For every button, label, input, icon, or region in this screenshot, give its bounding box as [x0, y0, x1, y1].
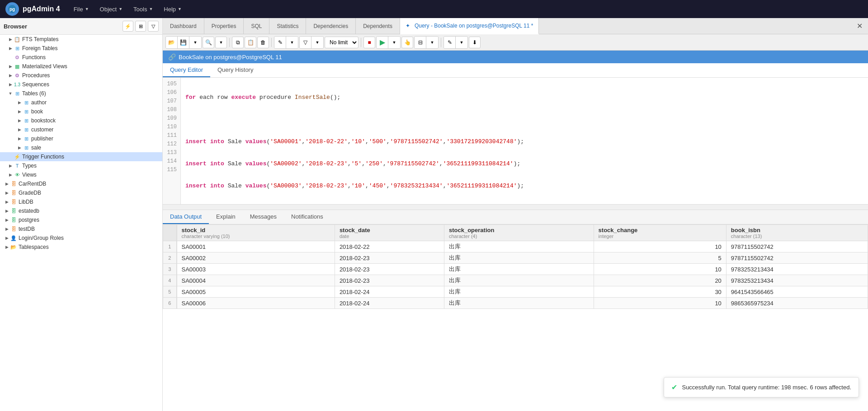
run-arrow-button[interactable]: ▼	[388, 37, 400, 48]
data-tab-explain[interactable]: Explain	[209, 210, 243, 224]
tab-dependencies[interactable]: Dependencies	[306, 18, 356, 34]
tree-item-carrentdb[interactable]: ▶ 🗄 CarRentDB	[0, 179, 162, 188]
paste-button[interactable]: 📋	[245, 37, 256, 48]
filter-arrow-button[interactable]: ▼	[311, 37, 323, 48]
cell-book-isbn: 9783253213434	[726, 275, 868, 286]
table-row: 5 SA00005 2018-02-24 出库 30 9641543566465	[163, 286, 868, 298]
tree-item-materialized-views[interactable]: ▶ ▦ Materialized Views	[0, 62, 162, 71]
tree-item-postgres[interactable]: ▶ 🗄 postgres	[0, 215, 162, 224]
refresh-button[interactable]: ⚡	[123, 21, 133, 32]
tree-item-trigger-functions[interactable]: ⚡ Trigger Functions	[0, 152, 162, 161]
table-row: 6 SA00006 2018-02-24 出库 10 9865365975234	[163, 298, 868, 309]
table-icon: ⊞	[23, 108, 30, 115]
explain-button[interactable]: 👆	[401, 37, 413, 48]
code-content[interactable]: for each row execute procedure InsertSal…	[181, 78, 868, 204]
delete-button[interactable]: 🗑	[257, 37, 269, 48]
tab-sql[interactable]: SQL	[244, 18, 269, 34]
save-arrow-button[interactable]: ▼	[189, 37, 201, 48]
menu-file[interactable]: File ▼	[69, 4, 94, 14]
data-tab-messages[interactable]: Messages	[243, 210, 284, 224]
cell-stock-change: 10	[594, 298, 726, 309]
tree-item-login-roles[interactable]: ▶ 👤 Login/Group Roles	[0, 234, 162, 243]
cell-stock-id: SA00006	[177, 298, 335, 309]
tree-item-tables[interactable]: ▼ ⊞ Tables (6)	[0, 89, 162, 98]
run-button[interactable]: ▶	[377, 37, 388, 48]
tree-item-book[interactable]: ▶ ⊞ book	[0, 107, 162, 116]
search-button[interactable]: 🔍	[203, 37, 214, 48]
toggle-icon: ▶	[7, 163, 14, 168]
sub-tab-query-editor[interactable]: Query Editor	[163, 63, 210, 77]
folder-icon: 📋	[14, 36, 21, 43]
data-tab-output[interactable]: Data Output	[163, 210, 209, 224]
horizontal-scrollbar[interactable]	[163, 204, 868, 210]
tree-item-types[interactable]: ▶ T Types	[0, 161, 162, 170]
format-button[interactable]: ⊟	[415, 37, 426, 48]
format-arrow-button[interactable]: ▼	[426, 37, 438, 48]
toggle-icon: ▶	[4, 227, 10, 231]
menu-object[interactable]: Object ▼	[95, 4, 127, 14]
open-file-button[interactable]: 📂	[166, 37, 178, 48]
tab-dependents[interactable]: Dependents	[356, 18, 400, 34]
toggle-icon: ▶	[4, 236, 10, 240]
col-header-stock-change: stock_change integer	[594, 225, 726, 241]
tree-item-gradedb[interactable]: ▶ 🗄 GradeDB	[0, 188, 162, 197]
tree-item-sequences[interactable]: ▶ 1.3 Sequences	[0, 80, 162, 89]
toast-message: Successfully run. Total query runtime: 1…	[682, 384, 851, 391]
tree-item-estatedb[interactable]: ▶ 🗄 estatedb	[0, 206, 162, 215]
search-arrow-button[interactable]: ▼	[215, 37, 227, 48]
code-editor[interactable]: 105 106 107 108 109 110 111 112 113 114 …	[163, 78, 868, 204]
tab-statistics[interactable]: Statistics	[269, 18, 306, 34]
download-button[interactable]: ⬇	[469, 37, 481, 48]
type-icon: T	[14, 162, 21, 169]
tab-dashboard[interactable]: Dashboard	[163, 18, 204, 34]
cell-stock-operation: 出库	[444, 241, 594, 252]
tree-item-functions[interactable]: ⚙ Functions	[0, 53, 162, 62]
sub-tabs: Query Editor Query History	[163, 63, 868, 78]
sub-tab-query-history[interactable]: Query History	[210, 63, 260, 77]
tree-item-libdb[interactable]: ▶ 🗄 LibDB	[0, 197, 162, 206]
save-button[interactable]: 💾	[178, 37, 189, 48]
tab-query[interactable]: ✦ Query - BookSale on postgres@PostgreSQ…	[400, 18, 539, 34]
macro-arrow-button[interactable]: ▼	[456, 37, 467, 48]
db-icon: 🗄	[10, 225, 17, 233]
close-query-tab[interactable]: ✕	[851, 18, 868, 34]
app-title: pgAdmin 4	[23, 5, 60, 13]
data-tab-notifications[interactable]: Notifications	[284, 210, 330, 224]
tree-item-procedures[interactable]: ▶ ⚙ Procedures	[0, 71, 162, 80]
cell-stock-change: 10	[594, 264, 726, 275]
tree-item-author[interactable]: ▶ ⊞ author	[0, 98, 162, 107]
filter-button[interactable]: ▽	[148, 21, 159, 32]
limit-select[interactable]: No limit 100 500 1000	[325, 37, 359, 48]
toggle-icon: ▶	[7, 37, 14, 42]
trigger-icon: ⚡	[14, 153, 21, 160]
macro-button[interactable]: ✎	[444, 37, 456, 48]
role-icon: 👤	[10, 234, 17, 242]
toggle-icon: ▶	[4, 209, 10, 213]
db-icon: 🗄	[10, 198, 17, 206]
cell-book-isbn: 9641543566465	[726, 286, 868, 298]
tree-item-views[interactable]: ▶ 👁 Views	[0, 170, 162, 179]
toolbar-separator-3	[361, 38, 361, 47]
col-header-stock-date: stock_date date	[335, 225, 444, 241]
cell-stock-change: 5	[594, 252, 726, 264]
filter-button[interactable]: ▽	[300, 37, 311, 48]
copy-button[interactable]: ⧉	[232, 37, 244, 48]
grid-button[interactable]: ⊞	[135, 21, 146, 32]
edit-arrow-button[interactable]: ▼	[286, 37, 298, 48]
tree-item-foreign-tables[interactable]: ▶ ⊞ Foreign Tables	[0, 44, 162, 53]
connection-icon: 🔗	[168, 53, 176, 61]
edit-button[interactable]: ✎	[274, 37, 286, 48]
menu-help[interactable]: Help ▼	[159, 4, 186, 14]
cell-stock-date: 2018-02-23	[335, 252, 444, 264]
tree-item-bookstock[interactable]: ▶ ⊞ bookstock	[0, 116, 162, 125]
stop-button[interactable]: ■	[363, 37, 375, 48]
tree-item-tablespaces[interactable]: ▶ 📂 Tablespaces	[0, 243, 162, 252]
tree-item-customer[interactable]: ▶ ⊞ customer	[0, 125, 162, 134]
tree-item-sale[interactable]: ▶ ⊞ sale	[0, 143, 162, 152]
menu-tools[interactable]: Tools ▼	[129, 4, 157, 14]
toolbar-separator-4	[441, 38, 441, 47]
tab-properties[interactable]: Properties	[204, 18, 244, 34]
tree-item-publisher[interactable]: ▶ ⊞ publisher	[0, 134, 162, 143]
tree-item-testdb[interactable]: ▶ 🗄 testDB	[0, 224, 162, 234]
tree-item-fts-templates[interactable]: ▶ 📋 FTS Templates	[0, 35, 162, 44]
